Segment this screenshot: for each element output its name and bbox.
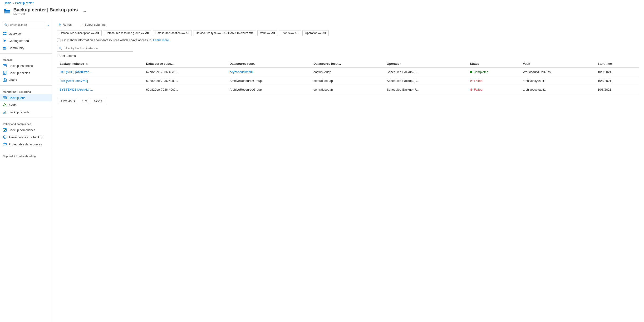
svg-rect-7	[3, 34, 4, 35]
svg-text:!: !	[4, 104, 5, 106]
cell-operation: Scheduled Backup (F...	[384, 68, 468, 76]
sidebar-item-community[interactable]: Community	[0, 44, 52, 52]
col-datasource-locat: Datasource locat...	[311, 60, 384, 68]
cell-datasource-reso: ArchiveResourceGroup	[227, 85, 311, 94]
svg-rect-8	[5, 34, 6, 35]
sidebar-item-label: Community	[8, 46, 24, 50]
svg-rect-0	[4, 10, 10, 11]
table-row[interactable]: SYSTEMDB [ArchHan... 62b829ee-7936-40c9.…	[57, 85, 639, 94]
svg-rect-6	[5, 32, 6, 33]
sidebar-collapse-btn[interactable]: «	[46, 23, 49, 27]
community-icon	[3, 46, 7, 50]
filter-chip-datasource-location[interactable]: Datasource location == All	[153, 30, 192, 36]
sidebar-item-backup-compliance[interactable]: Backup compliance	[0, 126, 52, 134]
sidebar-item-azure-policies[interactable]: Azure policies for backup	[0, 134, 52, 141]
sidebar-item-backup-instances[interactable]: Backup instances	[0, 62, 52, 69]
svg-rect-27	[3, 112, 4, 114]
policy-section-label: Policy and compliance	[0, 120, 52, 126]
svg-rect-22	[3, 96, 6, 99]
cell-status: Completed	[468, 68, 520, 76]
table-row[interactable]: HXE(SDC) [azdrillzon... 62b829ee-7936-40…	[57, 68, 639, 76]
filter-chip-datasource-resource-group[interactable]: Datasource resource group == All	[103, 30, 151, 36]
svg-rect-29	[6, 111, 6, 114]
access-checkbox-row: Only show information about datasources …	[57, 38, 639, 42]
status-failed-icon: ⊘	[470, 79, 473, 82]
svg-rect-18	[4, 72, 6, 72]
cell-vault: WorkloadAzDrillZRS	[520, 68, 595, 76]
svg-point-32	[4, 136, 5, 138]
svg-rect-19	[4, 72, 6, 73]
manage-section-label: Manage	[0, 56, 52, 62]
svg-rect-14	[3, 64, 6, 67]
next-page-button[interactable]: Next >	[91, 98, 106, 104]
svg-rect-2	[4, 11, 10, 12]
svg-rect-3	[4, 12, 10, 13]
col-datasource-reso: Datasource reso...	[227, 60, 311, 68]
breadcrumb-home[interactable]: Home	[4, 2, 12, 5]
page-org: Microsoft	[13, 12, 78, 16]
cell-status: ⊘ Failed	[468, 85, 520, 94]
breadcrumb-section[interactable]: Backup center	[15, 2, 34, 5]
sort-icon: ↑↓	[86, 62, 88, 65]
vaults-icon	[3, 78, 7, 82]
sidebar-item-label: Backup policies	[8, 71, 30, 75]
learn-more-link[interactable]: Learn more.	[153, 38, 170, 42]
cell-datasource-reso: ArchiveResourceGroup	[227, 76, 311, 85]
sidebar-item-protectable-datasources[interactable]: Protectable datasources	[0, 141, 52, 148]
sidebar-item-backup-jobs[interactable]: Backup jobs	[0, 94, 52, 102]
sidebar-item-label: Protectable datasources	[8, 142, 42, 146]
sidebar-search-icon: 🔍	[4, 23, 8, 27]
sidebar-search-input[interactable]	[3, 22, 44, 28]
cell-backup-instance[interactable]: H15 [ArchHanaVM1]	[57, 76, 144, 85]
svg-rect-4	[4, 14, 10, 14]
protectable-icon	[3, 142, 7, 146]
table-row[interactable]: H15 [ArchHanaVM1] 62b829ee-7936-40c9... …	[57, 76, 639, 85]
svg-rect-20	[4, 73, 5, 74]
col-vault: Vault	[520, 60, 595, 68]
access-checkbox[interactable]	[57, 38, 60, 42]
cell-operation: Scheduled Backup (F...	[384, 85, 468, 94]
page-select[interactable]: 1	[80, 98, 89, 104]
sidebar-item-label: Vaults	[8, 78, 17, 82]
svg-rect-5	[3, 32, 4, 33]
header-ellipsis-btn[interactable]: ···	[82, 9, 86, 14]
search-box-wrap: 🔍	[57, 45, 133, 52]
cell-operation: Scheduled Backup (F...	[384, 76, 468, 85]
filter-chip-datasource-subscription[interactable]: Datasource subscription == All	[57, 30, 102, 36]
cell-backup-instance[interactable]: HXE(SDC) [azdrillzon...	[57, 68, 144, 76]
col-datasource-subs: Datasource subs...	[144, 60, 227, 68]
cell-datasource-reso: ecyzonedowndrill	[227, 68, 311, 76]
filter-chip-vault[interactable]: Vault == All	[258, 30, 278, 36]
filter-chip-operation[interactable]: Operation == All	[302, 30, 329, 36]
filter-chip-datasource-type[interactable]: Datasource type == SAP HANA in Azure VM	[193, 30, 256, 36]
main-content: ↻ Refresh → Select columns Datasource su…	[52, 18, 644, 322]
sidebar-item-getting-started[interactable]: Getting started	[0, 37, 52, 44]
sidebar-item-alerts[interactable]: ! Alerts	[0, 102, 52, 108]
svg-rect-30	[3, 128, 6, 131]
backup-instance-search[interactable]	[57, 45, 133, 52]
refresh-button[interactable]: ↻ Refresh	[57, 22, 75, 27]
select-columns-button[interactable]: → Select columns	[79, 22, 107, 27]
select-columns-icon: →	[80, 23, 83, 26]
sidebar-item-vaults[interactable]: Vaults	[0, 76, 52, 84]
col-start-time: Start time	[595, 60, 639, 68]
sidebar-item-backup-reports[interactable]: Backup reports	[0, 108, 52, 116]
previous-page-button[interactable]: < Previous	[57, 98, 78, 104]
cell-datasource-locat: centraluseuap	[311, 76, 384, 85]
svg-rect-24	[4, 98, 4, 98]
sidebar-item-backup-policies[interactable]: Backup policies	[0, 69, 52, 76]
sidebar-item-overview[interactable]: Overview	[0, 30, 52, 37]
sidebar: 🔍 « Overview Getting started Community	[0, 18, 52, 322]
col-backup-instance[interactable]: Backup instance ↑↓	[57, 60, 144, 68]
svg-rect-16	[4, 66, 5, 66]
backup-jobs-table: Backup instance ↑↓ Datasource subs... Da…	[57, 60, 639, 94]
sidebar-item-label: Getting started	[8, 39, 29, 42]
filter-chip-status[interactable]: Status == All	[279, 30, 301, 36]
breadcrumb-sep: ›	[13, 2, 14, 5]
access-checkbox-label: Only show information about datasources …	[62, 38, 151, 42]
backup-jobs-icon	[3, 96, 7, 100]
backup-reports-icon	[3, 110, 7, 114]
cell-backup-instance[interactable]: SYSTEMDB [ArchHan...	[57, 85, 144, 94]
toolbar: ↻ Refresh → Select columns	[57, 22, 639, 27]
sidebar-item-label: Backup compliance	[8, 128, 36, 132]
